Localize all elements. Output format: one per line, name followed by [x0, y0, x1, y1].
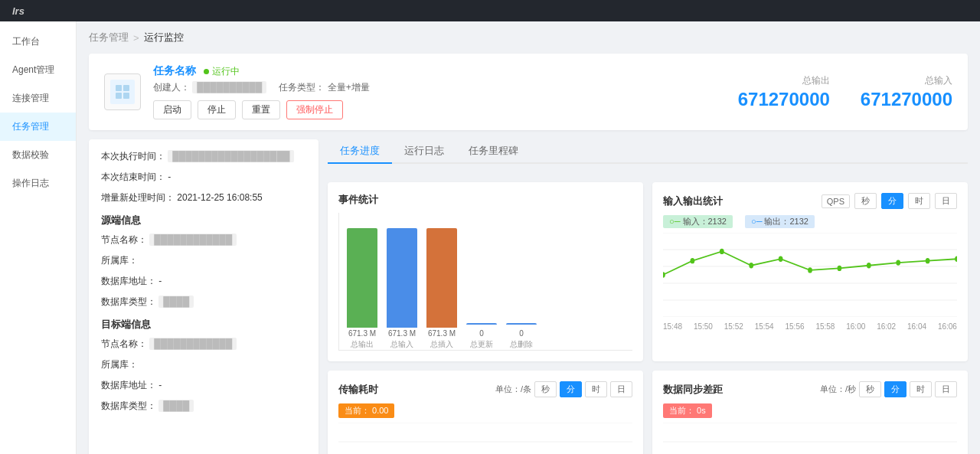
svg-point-10: [663, 272, 665, 277]
exec-time-label: 本次执行时间：: [101, 151, 165, 162]
x-8: 16:04: [907, 322, 926, 331]
end-time-row: 本次结束时间： -: [101, 171, 306, 184]
charts-row-1: 事件统计 671.3 M 总输出 671.3 M 总输入: [328, 182, 968, 361]
incr-time-label: 增量新处理时间：: [101, 192, 175, 203]
event-chart-panel: 事件统计 671.3 M 总输出 671.3 M 总输入: [328, 182, 643, 361]
exec-time-value: ██████████████████: [168, 150, 294, 162]
bar-insert-label: 671.3 M: [428, 329, 456, 338]
svg-point-19: [926, 258, 930, 263]
main-content: 任务管理 > 运行监控 任务名称: [77, 21, 980, 454]
source-type-row: 数据库类型： ████: [101, 296, 306, 309]
sidebar-item-workbench[interactable]: 工作台: [0, 28, 76, 56]
breadcrumb-current: 运行监控: [144, 31, 184, 44]
task-name: 任务名称: [153, 64, 196, 78]
sync-hour-btn[interactable]: 时: [910, 381, 932, 397]
source-type-label: 数据库类型：: [101, 296, 156, 307]
sync-chart-panel: 数据同步差距 单位：/秒 秒 分 时 日 当前：: [652, 371, 968, 454]
bar-output-sublabel: 总输出: [351, 339, 374, 350]
sync-current-badge: 当前： 0s: [663, 403, 957, 423]
force-stop-button[interactable]: 强制停止: [286, 100, 343, 119]
charts-area: 任务进度 运行日志 任务里程碑 事件统计 671.3 M: [328, 139, 968, 454]
bar-delete: 0 总删除: [506, 323, 537, 350]
bar-delete-label: 0: [519, 329, 524, 338]
io-chart-panel: 输入输出统计 QPS 秒 分 时 日 ○─: [652, 182, 968, 361]
target-section-title: 目标端信息: [101, 318, 306, 332]
stat-output: 总输出 671270000: [738, 74, 830, 110]
sync-sec-btn[interactable]: 秒: [859, 381, 881, 397]
bar-insert-rect: [426, 228, 457, 328]
legend-input-circle: ○─: [669, 217, 683, 226]
input-label: 总输入: [861, 74, 952, 87]
svg-point-12: [720, 249, 724, 254]
event-bar-chart: 671.3 M 总输出 671.3 M 总输入 671.3 M: [338, 213, 632, 351]
io-line-svg: [663, 233, 957, 317]
end-time-value: -: [168, 171, 171, 182]
io-sec-btn[interactable]: 秒: [854, 193, 877, 209]
tab-progress[interactable]: 任务进度: [328, 139, 392, 164]
sync-chart-title: 数据同步差距: [663, 383, 723, 397]
x-1: 15:50: [694, 322, 713, 331]
transfer-unit: 单位：/条: [495, 384, 531, 395]
transfer-min-btn[interactable]: 分: [560, 381, 582, 397]
source-addr-label: 数据库地址：: [101, 276, 156, 286]
sync-min-btn[interactable]: 分: [884, 381, 906, 397]
task-creator-value: ██████████: [192, 81, 266, 93]
io-hour-btn[interactable]: 时: [908, 193, 930, 209]
target-addr-row: 数据库地址： -: [101, 379, 306, 392]
svg-point-11: [691, 258, 695, 263]
sidebar-item-task[interactable]: 任务管理: [0, 113, 76, 141]
task-icon-inner: [110, 80, 135, 104]
io-legend: ○─ 输入：2132 ○─ 输出：2132: [663, 215, 957, 228]
tab-milestone[interactable]: 任务里程碑: [456, 139, 531, 164]
x-0: 15:48: [663, 322, 682, 331]
source-node-label: 节点名称：: [101, 234, 147, 245]
io-min-btn[interactable]: 分: [881, 193, 903, 209]
qps-btn[interactable]: QPS: [822, 194, 850, 208]
svg-rect-0: [116, 85, 122, 91]
sidebar-item-verify[interactable]: 数据校验: [0, 141, 76, 169]
bar-insert: 671.3 M 总插入: [426, 228, 457, 350]
transfer-chart-title: 传输耗时: [338, 383, 378, 397]
sync-day-btn[interactable]: 日: [935, 381, 957, 397]
transfer-hour-btn[interactable]: 时: [585, 381, 607, 397]
output-label: 总输出: [738, 74, 830, 87]
target-addr-label: 数据库地址：: [101, 380, 156, 390]
legend-input: ○─ 输入：2132: [663, 215, 733, 228]
bar-insert-sublabel: 总插入: [430, 339, 453, 350]
task-stats: 总输出 671270000 总输入 671270000: [738, 74, 952, 110]
target-addr-value: -: [158, 380, 162, 390]
bar-update-sublabel: 总更新: [470, 339, 493, 350]
transfer-sec-btn[interactable]: 秒: [534, 381, 557, 397]
sidebar-item-log[interactable]: 操作日志: [0, 169, 76, 198]
sidebar-item-agent[interactable]: Agent管理: [0, 56, 76, 84]
task-icon: [104, 73, 141, 110]
target-node-label: 节点名称：: [101, 338, 147, 349]
stop-button[interactable]: 停止: [198, 100, 236, 119]
target-schema-row: 所属库：: [101, 358, 306, 371]
tabs: 任务进度 运行日志 任务里程碑: [328, 139, 968, 164]
target-type-value: ████: [158, 400, 194, 412]
svg-point-18: [896, 260, 900, 265]
legend-output-circle: ○─: [751, 217, 765, 226]
legend-output-label: 输出：2132: [764, 217, 808, 226]
breadcrumb-parent[interactable]: 任务管理: [89, 31, 129, 44]
bar-output-rect: [347, 228, 377, 328]
sidebar-item-connection[interactable]: 连接管理: [0, 84, 76, 113]
breadcrumb-separator: >: [133, 32, 139, 44]
svg-point-15: [808, 267, 812, 273]
task-type: 任务类型： 全量+增量: [279, 81, 369, 94]
io-day-btn[interactable]: 日: [935, 193, 957, 209]
svg-rect-1: [123, 85, 129, 91]
reset-button[interactable]: 重置: [242, 100, 280, 119]
type-label-text: 任务类型：: [279, 82, 325, 93]
transfer-day-btn[interactable]: 日: [610, 381, 632, 397]
sync-svg: [663, 423, 957, 454]
source-addr-row: 数据库地址： -: [101, 275, 306, 288]
source-addr-value: -: [158, 276, 162, 286]
x-6: 16:00: [846, 322, 865, 331]
type-value-text: 全量+增量: [328, 82, 370, 93]
creator-label-text: 创建人：: [153, 82, 190, 93]
start-button[interactable]: 启动: [153, 100, 191, 119]
sync-current-label: 当前：: [669, 406, 694, 415]
tab-log[interactable]: 运行日志: [392, 139, 456, 164]
